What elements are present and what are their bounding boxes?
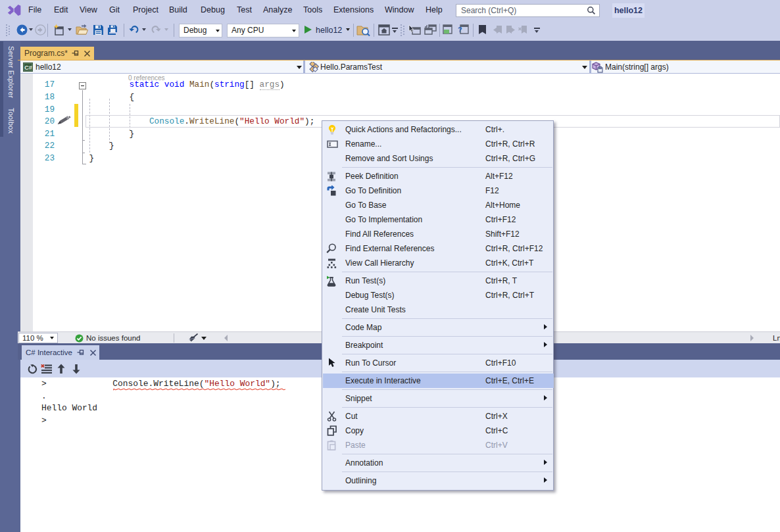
svg-text:C#: C# xyxy=(24,64,32,71)
svg-text:?: ? xyxy=(458,26,462,34)
